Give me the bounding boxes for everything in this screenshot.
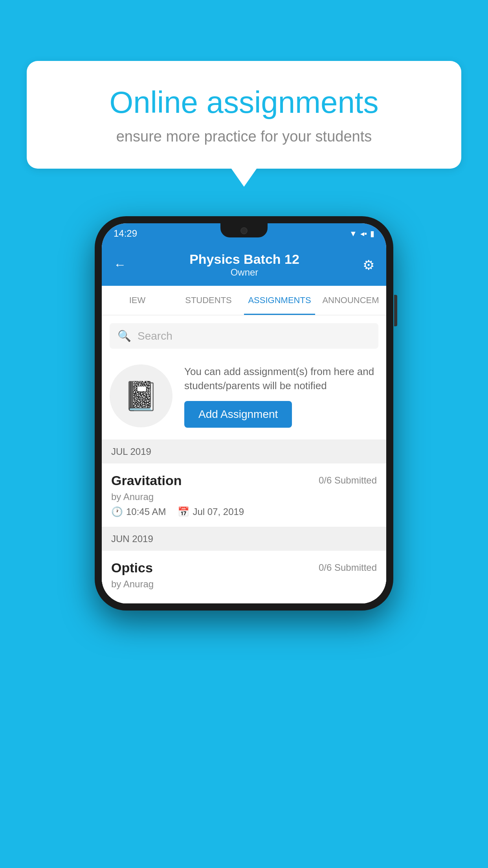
section-header-jun: JUN 2019: [102, 527, 386, 551]
phone-camera: [240, 227, 248, 234]
batch-subtitle: Owner: [126, 267, 363, 278]
assignment-datetime-gravitation: 🕐 10:45 AM 📅 Jul 07, 2019: [111, 506, 377, 517]
phone-container: 14:29 ▼ ◂▪ ▮ ← Physics Batch 12 Owner ⚙: [95, 216, 393, 611]
settings-button[interactable]: ⚙: [363, 257, 374, 273]
search-icon: 🔍: [117, 329, 131, 342]
back-button[interactable]: ←: [114, 257, 126, 272]
assignment-optics[interactable]: Optics 0/6 Submitted by Anurag: [102, 551, 386, 603]
content-area: 🔍 Search 📓 You can add assignment(s) fro…: [102, 323, 386, 603]
speech-bubble-container: Online assignments ensure more practice …: [27, 61, 461, 169]
assignment-submitted-gravitation: 0/6 Submitted: [319, 475, 377, 486]
bubble-title: Online assignments: [54, 85, 434, 120]
assignment-row1-optics: Optics 0/6 Submitted: [111, 560, 377, 576]
phone-notch: [220, 223, 268, 237]
app-header: ← Physics Batch 12 Owner ⚙: [102, 244, 386, 286]
assignment-by-optics: by Anurag: [111, 579, 377, 590]
speech-bubble: Online assignments ensure more practice …: [27, 61, 461, 169]
promo-text-area: You can add assignment(s) from here and …: [184, 364, 378, 428]
assignment-submitted-optics: 0/6 Submitted: [319, 562, 377, 573]
tab-announcements[interactable]: ANNOUNCEM: [315, 286, 386, 315]
tab-assignments[interactable]: ASSIGNMENTS: [244, 286, 315, 315]
bubble-subtitle: ensure more practice for your students: [54, 128, 434, 145]
status-time: 14:29: [114, 228, 137, 239]
assignment-gravitation[interactable]: Gravitation 0/6 Submitted by Anurag 🕐 10…: [102, 463, 386, 527]
assignment-date-gravitation: Jul 07, 2019: [193, 506, 244, 517]
search-bar[interactable]: 🔍 Search: [110, 323, 378, 349]
phone-outer: 14:29 ▼ ◂▪ ▮ ← Physics Batch 12 Owner ⚙: [95, 216, 393, 611]
calendar-icon: 📅: [178, 506, 189, 517]
search-placeholder: Search: [138, 330, 172, 342]
assignment-row1: Gravitation 0/6 Submitted: [111, 473, 377, 488]
section-header-jul: JUL 2019: [102, 440, 386, 463]
promo-description: You can add assignment(s) from here and …: [184, 364, 378, 393]
clock-icon: 🕐: [111, 506, 123, 517]
assignment-by-gravitation: by Anurag: [111, 491, 377, 502]
assignment-title-optics: Optics: [111, 560, 153, 576]
promo-section: 📓 You can add assignment(s) from here an…: [102, 357, 386, 440]
phone-screen: 14:29 ▼ ◂▪ ▮ ← Physics Batch 12 Owner ⚙: [102, 223, 386, 603]
assignment-time-gravitation: 10:45 AM: [126, 506, 166, 517]
wifi-icon: ▼: [349, 229, 357, 238]
add-assignment-button[interactable]: Add Assignment: [184, 401, 292, 428]
signal-icon: ◂▪: [360, 229, 367, 238]
battery-icon: ▮: [370, 229, 374, 238]
date-entry: 📅 Jul 07, 2019: [178, 506, 244, 517]
status-icons: ▼ ◂▪ ▮: [349, 229, 374, 238]
tab-students[interactable]: STUDENTS: [173, 286, 244, 315]
assignment-title-gravitation: Gravitation: [111, 473, 182, 488]
tab-iew[interactable]: IEW: [102, 286, 173, 315]
notebook-icon: 📓: [123, 379, 159, 413]
batch-title: Physics Batch 12: [126, 252, 363, 267]
promo-icon-circle: 📓: [110, 364, 172, 427]
header-title-container: Physics Batch 12 Owner: [126, 252, 363, 278]
tabs-container: IEW STUDENTS ASSIGNMENTS ANNOUNCEM: [102, 286, 386, 315]
time-entry: 🕐 10:45 AM: [111, 506, 166, 517]
phone-side-button: [394, 295, 397, 326]
